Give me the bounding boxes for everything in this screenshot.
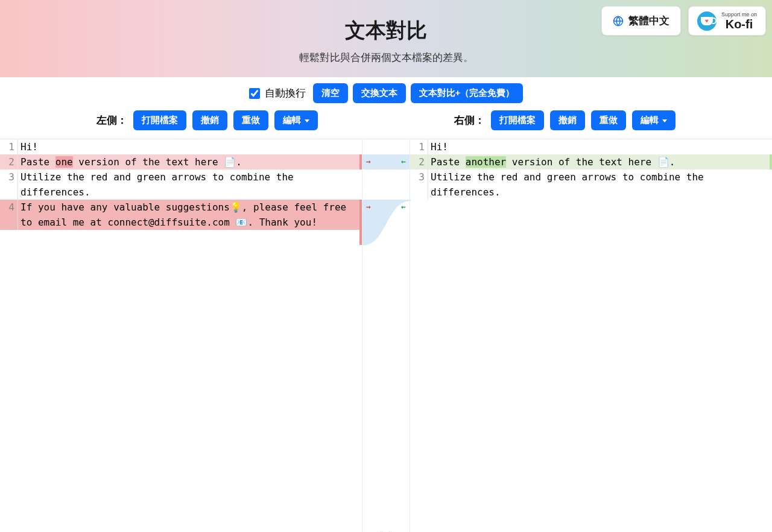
- line-number: 3: [0, 169, 18, 200]
- right-line-1: Hi!: [428, 139, 448, 154]
- merge-arrows-1: → ←: [362, 154, 410, 168]
- kofi-cup-icon: [697, 11, 717, 31]
- page-subtitle: 輕鬆對比與合併兩個文本檔案的差異。: [0, 51, 772, 65]
- line-number: 1: [410, 139, 428, 154]
- wrap-checkbox[interactable]: [249, 88, 260, 99]
- right-undo-button[interactable]: 撤銷: [550, 110, 585, 130]
- kofi-big-text: Ko-fi: [721, 18, 757, 30]
- swap-button[interactable]: 交換文本: [353, 83, 406, 103]
- right-lines[interactable]: 1Hi! 2Paste another version of the text …: [410, 139, 772, 532]
- right-line-3: Utilize the red and green arrows to comb…: [428, 169, 772, 200]
- left-controls: 左側： 打開檔案 撤銷 重做 編輯: [96, 110, 318, 130]
- language-label: 繁體中文: [628, 14, 669, 28]
- marker-green: [770, 154, 772, 169]
- line-number: 3: [410, 169, 428, 200]
- right-redo-button[interactable]: 重做: [591, 110, 626, 130]
- globe-icon: [613, 16, 624, 27]
- left-edit-button[interactable]: 編輯: [274, 110, 318, 130]
- diff-gutter: → ← → ← ⇔ ⇔: [362, 139, 410, 532]
- right-edit-button[interactable]: 編輯: [632, 110, 676, 130]
- left-label: 左側：: [96, 113, 127, 127]
- language-button[interactable]: 繁體中文: [601, 6, 681, 36]
- merge-left-arrow-icon[interactable]: ←: [401, 202, 406, 211]
- merge-arrows-2: → ←: [362, 200, 410, 213]
- left-line-1: Hi!: [18, 139, 38, 154]
- merge-left-arrow-icon[interactable]: ←: [401, 157, 406, 166]
- left-undo-button[interactable]: 撤銷: [192, 110, 227, 130]
- left-lines[interactable]: 1Hi! 2Paste one version of the text here…: [0, 139, 362, 532]
- diff-area: 1Hi! 2Paste one version of the text here…: [0, 139, 772, 532]
- left-pane[interactable]: 1Hi! 2Paste one version of the text here…: [0, 139, 362, 532]
- diff-plus-button[interactable]: 文本對比+（完全免費）: [411, 83, 524, 103]
- line-number: 2: [0, 154, 18, 169]
- kofi-small-text: Support me on: [721, 12, 757, 17]
- toolbar: 自動換行 清空 交換文本 文本對比+（完全免費） 左側： 打開檔案 撤銷 重做 …: [0, 77, 772, 139]
- right-controls: 右側： 打開檔案 撤銷 重做 編輯: [454, 110, 676, 130]
- clear-button[interactable]: 清空: [313, 83, 348, 103]
- line-number: 2: [410, 154, 428, 169]
- left-line-4: If you have any valuable suggestions💡, p…: [18, 200, 362, 230]
- resize-handle[interactable]: ⇔ ⇔: [379, 529, 392, 532]
- line-number: 4: [0, 200, 18, 230]
- left-line-2: Paste one version of the text here 📄.: [18, 154, 242, 169]
- left-open-button[interactable]: 打開檔案: [133, 110, 186, 130]
- right-open-button[interactable]: 打開檔案: [491, 110, 544, 130]
- right-label: 右側：: [454, 113, 485, 127]
- merge-right-arrow-icon[interactable]: →: [366, 202, 371, 211]
- header: 文本對比 輕鬆對比與合併兩個文本檔案的差異。 繁體中文 Support me o…: [0, 0, 772, 77]
- wrap-label: 自動換行: [265, 86, 306, 100]
- left-redo-button[interactable]: 重做: [233, 110, 268, 130]
- left-line-3: Utilize the red and green arrows to comb…: [18, 169, 362, 200]
- right-line-2: Paste another version of the text here 📄…: [428, 154, 675, 169]
- merge-right-arrow-icon[interactable]: →: [366, 157, 371, 166]
- right-pane[interactable]: 1Hi! 2Paste another version of the text …: [410, 139, 772, 532]
- kofi-button[interactable]: Support me on Ko-fi: [688, 6, 766, 36]
- line-number: 1: [0, 139, 18, 154]
